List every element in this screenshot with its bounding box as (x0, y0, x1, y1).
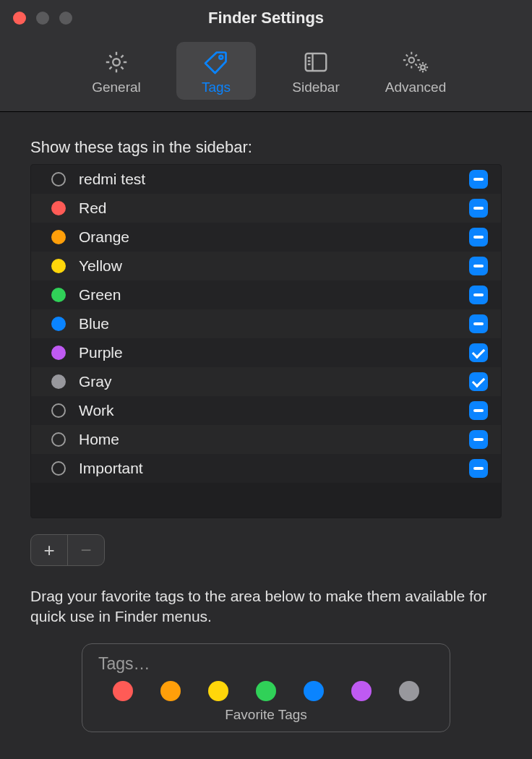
tag-color-swatch (51, 461, 66, 476)
tag-row[interactable]: Green (31, 280, 501, 309)
window-title: Finder Settings (0, 9, 532, 27)
favorites-hint: Drag your favorite tags to the area belo… (30, 586, 502, 627)
show-in-sidebar-checkbox[interactable] (469, 372, 488, 391)
add-remove-control: + − (30, 534, 105, 566)
tag-name-label: Work (79, 402, 469, 419)
show-in-sidebar-checkbox[interactable] (469, 199, 488, 218)
favorite-tags-row (98, 681, 434, 701)
favorite-tags-well[interactable]: Tags… Favorite Tags (82, 643, 450, 732)
tag-color-swatch (51, 230, 66, 244)
svg-point-1 (219, 56, 223, 59)
favorite-tag-dot[interactable] (399, 681, 419, 701)
tag-row[interactable]: Important (31, 454, 501, 483)
tag-color-swatch (51, 288, 66, 302)
tag-row[interactable]: Home (31, 425, 501, 454)
favorite-tag-dot[interactable] (256, 681, 276, 701)
tag-name-label: Green (79, 286, 469, 304)
gears-icon (401, 48, 430, 77)
window-controls (0, 12, 72, 25)
tag-name-label: Purple (79, 344, 469, 361)
tag-color-swatch (51, 259, 66, 273)
tag-name-label: Red (79, 200, 469, 217)
settings-toolbar: General Tags Sidebar (0, 36, 532, 112)
svg-point-7 (409, 57, 414, 62)
tag-row[interactable]: Orange (31, 223, 501, 252)
zoom-window-button[interactable] (59, 12, 72, 25)
tags-pane: Show these tags in the sidebar: redmi te… (0, 112, 532, 759)
tag-color-swatch (51, 317, 66, 331)
favorite-tag-dot[interactable] (208, 681, 228, 701)
show-in-sidebar-checkbox[interactable] (469, 314, 488, 333)
tag-name-label: Orange (79, 228, 469, 246)
tag-name-label: Yellow (79, 257, 469, 275)
tab-general[interactable]: General (77, 42, 156, 100)
show-in-sidebar-checkbox[interactable] (469, 459, 488, 478)
tab-advanced[interactable]: Advanced (376, 42, 455, 100)
sidebar-icon (301, 48, 330, 77)
tag-name-label: Important (79, 460, 469, 477)
tab-tags[interactable]: Tags (176, 42, 256, 100)
tag-row[interactable]: Yellow (31, 252, 501, 280)
svg-point-0 (113, 59, 120, 66)
favorite-tag-dot[interactable] (113, 681, 133, 701)
tag-row[interactable]: redmi test (31, 165, 501, 194)
tag-color-swatch (51, 374, 66, 389)
tag-color-swatch (51, 432, 66, 447)
tag-row[interactable]: Purple (31, 338, 501, 367)
tag-name-label: Home (79, 431, 469, 448)
svg-point-8 (421, 65, 425, 69)
tag-list[interactable]: redmi testRedOrangeYellowGreenBluePurple… (30, 164, 502, 518)
tag-color-swatch (51, 403, 66, 418)
show-in-sidebar-checkbox[interactable] (469, 430, 488, 449)
show-in-sidebar-checkbox[interactable] (469, 257, 488, 275)
titlebar: Finder Settings (0, 0, 532, 36)
show-in-sidebar-checkbox[interactable] (469, 228, 488, 246)
favorite-tag-dot[interactable] (304, 681, 324, 701)
favorite-tag-dot[interactable] (160, 681, 181, 701)
show-in-sidebar-checkbox[interactable] (469, 401, 488, 420)
close-window-button[interactable] (13, 12, 26, 25)
section-label: Show these tags in the sidebar: (30, 138, 502, 157)
tab-label: Tags (202, 80, 231, 95)
gear-icon (102, 48, 131, 77)
favorite-tag-dot[interactable] (351, 681, 372, 701)
show-in-sidebar-checkbox[interactable] (469, 170, 488, 189)
tab-sidebar[interactable]: Sidebar (276, 42, 356, 100)
tag-name-label: Gray (79, 373, 469, 390)
minimize-window-button[interactable] (36, 12, 49, 25)
show-in-sidebar-checkbox[interactable] (469, 343, 488, 362)
tag-name-label: redmi test (79, 171, 469, 188)
tab-label: Sidebar (292, 80, 340, 95)
tag-color-swatch (51, 346, 66, 360)
remove-tag-button[interactable]: − (68, 535, 104, 565)
tag-row[interactable]: Red (31, 194, 501, 223)
tag-color-swatch (51, 201, 66, 215)
favorites-title: Tags… (98, 654, 434, 674)
tab-label: Advanced (385, 80, 447, 95)
favorites-caption: Favorite Tags (98, 707, 434, 723)
tab-label: General (92, 80, 141, 95)
tag-row[interactable]: Gray (31, 367, 501, 396)
tag-color-swatch (51, 172, 66, 186)
svg-rect-2 (306, 53, 327, 71)
tag-row[interactable]: Work (31, 396, 501, 425)
show-in-sidebar-checkbox[interactable] (469, 286, 488, 304)
tag-name-label: Blue (79, 315, 469, 333)
tag-icon (202, 48, 231, 77)
tag-row[interactable]: Blue (31, 309, 501, 338)
add-tag-button[interactable]: + (31, 535, 67, 565)
